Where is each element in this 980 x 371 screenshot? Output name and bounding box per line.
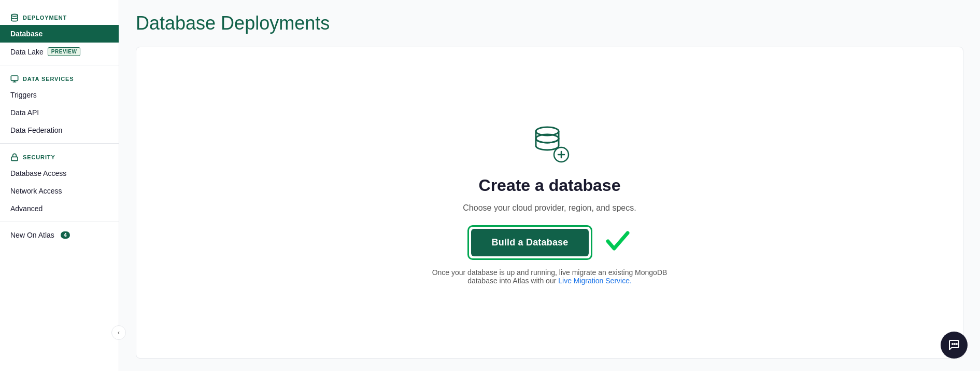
sidebar-item-triggers[interactable]: Triggers — [0, 86, 119, 104]
sidebar-item-database-access[interactable]: Database Access — [0, 164, 119, 182]
svg-point-9 — [954, 343, 955, 345]
create-db-container: Create a database Choose your cloud prov… — [420, 121, 679, 285]
svg-point-0 — [11, 14, 18, 16]
sidebar-section-deployment: Deployment — [0, 8, 119, 25]
database-item-label: Database — [10, 30, 42, 38]
lock-section-icon — [10, 153, 19, 161]
database-access-label: Database Access — [10, 169, 66, 177]
advanced-label: Advanced — [10, 204, 42, 213]
sidebar: Deployment Database Data Lake PREVIEW Da… — [0, 0, 119, 371]
new-on-atlas-count: 4 — [61, 231, 70, 239]
build-database-button[interactable]: Build a Database — [471, 229, 589, 256]
check-svg — [603, 226, 632, 255]
sidebar-divider-1 — [0, 65, 119, 65]
sidebar-item-network-access[interactable]: Network Access — [0, 182, 119, 200]
data-services-section-label: Data Services — [23, 76, 74, 82]
sidebar-collapse-button[interactable]: ‹ — [111, 325, 126, 340]
create-database-icon — [527, 121, 573, 168]
new-on-atlas-label: New On Atlas — [10, 231, 54, 239]
create-db-subtitle: Choose your cloud provider, region, and … — [463, 203, 636, 213]
sidebar-item-database[interactable]: Database — [0, 25, 119, 43]
sidebar-divider-3 — [0, 222, 119, 222]
main-content: Database Deployments Create a database — [119, 0, 980, 371]
migration-text: Once your database is up and running, li… — [420, 268, 679, 285]
sidebar-item-data-api[interactable]: Data API — [0, 104, 119, 121]
sidebar-divider-2 — [0, 143, 119, 144]
create-db-title: Create a database — [479, 176, 621, 195]
sidebar-item-advanced[interactable]: Advanced — [0, 200, 119, 217]
svg-point-8 — [952, 343, 953, 345]
page-title: Database Deployments — [136, 12, 963, 34]
sidebar-item-data-federation[interactable]: Data Federation — [0, 121, 119, 139]
preview-badge: PREVIEW — [48, 47, 81, 56]
live-migration-link[interactable]: Live Migration Service. — [558, 277, 632, 285]
monitor-section-icon — [10, 75, 19, 83]
svg-rect-2 — [11, 157, 18, 160]
checkmark-icon — [603, 226, 632, 259]
sidebar-item-new-on-atlas[interactable]: New On Atlas 4 — [0, 226, 119, 244]
data-federation-label: Data Federation — [10, 126, 62, 134]
build-db-row: Build a Database — [467, 225, 632, 260]
chat-icon — [948, 339, 960, 351]
create-db-icon-wrapper — [527, 121, 573, 168]
svg-rect-1 — [11, 76, 18, 80]
network-access-label: Network Access — [10, 187, 62, 195]
sidebar-section-data-services: Data Services — [0, 70, 119, 86]
sidebar-section-security: Security — [0, 148, 119, 164]
svg-point-10 — [956, 343, 957, 345]
database-section-icon — [10, 13, 19, 22]
content-card: Create a database Choose your cloud prov… — [136, 47, 963, 359]
deployment-section-label: Deployment — [23, 15, 67, 21]
triggers-label: Triggers — [10, 91, 37, 99]
sidebar-item-data-lake[interactable]: Data Lake PREVIEW — [0, 43, 119, 61]
data-api-label: Data API — [10, 108, 39, 117]
chat-button[interactable] — [941, 332, 968, 359]
data-lake-label: Data Lake — [10, 48, 44, 56]
build-db-btn-wrapper: Build a Database — [467, 225, 593, 260]
security-section-label: Security — [23, 154, 55, 160]
